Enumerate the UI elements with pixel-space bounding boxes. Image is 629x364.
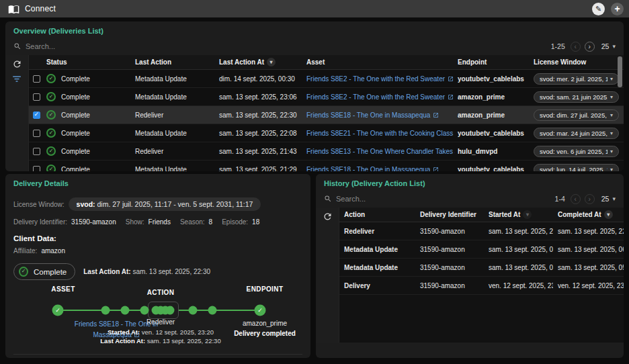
delivery-timeline: ASSET ACTION ENDPOINT ✓ ✓ Friends S	[13, 284, 302, 358]
license-window-pill[interactable]: svod: ven. 6 juin 2025, 11:15▾	[534, 146, 619, 157]
delivery-row[interactable]: ✓Complete Metadata Update sam. 13 sept. …	[29, 88, 624, 106]
add-button[interactable]: +	[611, 3, 624, 15]
search-icon	[13, 42, 22, 50]
overview-search-input[interactable]	[26, 42, 547, 50]
row-checkbox[interactable]	[33, 111, 40, 119]
col-last-action-at[interactable]: Last Action At▾	[216, 58, 304, 66]
status-complete-icon: ✓	[46, 165, 56, 171]
status-complete-icon: ✓	[46, 128, 56, 138]
vertical-scrollbar[interactable]	[618, 56, 622, 87]
timeline-cluster-dot-icon[interactable]	[166, 306, 175, 315]
timeline-node-icon[interactable]	[208, 306, 217, 315]
sort-icon[interactable]: ▾	[523, 210, 532, 219]
status-badge: ✓ Complete	[13, 263, 75, 280]
asset-link[interactable]: Friends S8E2 - The One with the Red Swea…	[306, 93, 454, 101]
col-completed-at[interactable]: Completed At▾	[553, 210, 624, 219]
license-window-pill[interactable]: svod: lun. 14 juil. 2025, 11:17▾	[534, 164, 619, 172]
history-next-page-icon[interactable]: ›	[585, 194, 595, 204]
row-checkbox[interactable]	[33, 148, 40, 155]
history-table-toolbar	[316, 208, 339, 343]
col-started-at[interactable]: Started At▾	[484, 210, 553, 219]
asset-link[interactable]: Friends S8E21 - The One with the Cooking…	[306, 130, 455, 137]
overview-next-page-icon[interactable]: ›	[585, 42, 595, 52]
delivery-row[interactable]: ✓Complete Redeliver sam. 13 sept. 2025, …	[29, 106, 624, 124]
details-title: Delivery Details	[5, 174, 310, 190]
external-link-icon	[448, 76, 454, 82]
col-action[interactable]: Action	[339, 211, 415, 218]
col-last-action[interactable]: Last Action	[132, 58, 216, 66]
refresh-icon[interactable]	[323, 212, 333, 222]
overview-table-toolbar	[5, 55, 28, 171]
history-prev-page-icon[interactable]: ‹	[571, 194, 581, 204]
timeline-node-icon[interactable]	[189, 306, 198, 315]
delivery-row[interactable]: ✓Complete Metadata Update sam. 13 sept. …	[29, 124, 624, 142]
col-endpoint[interactable]: Endpoint	[455, 58, 531, 66]
timeline-asset-label: ASSET	[51, 285, 75, 293]
license-window-pill[interactable]: svod: mer. 2 juil. 2025, 11:15▾	[534, 73, 619, 85]
search-icon	[324, 195, 332, 203]
app-logo-book-icon	[8, 3, 19, 15]
overview-prev-page-icon[interactable]: ‹	[571, 42, 581, 52]
row-checkbox[interactable]	[33, 166, 40, 172]
external-link-icon	[433, 112, 439, 118]
chevron-down-icon: ▾	[610, 94, 613, 100]
refresh-icon[interactable]	[12, 59, 22, 69]
season-value: 8	[209, 218, 213, 226]
row-checkbox[interactable]	[33, 93, 40, 101]
chevron-down-icon: ▾	[612, 195, 616, 202]
complete-check-icon: ✓	[19, 267, 28, 277]
overview-page-size-select[interactable]: 25▾	[601, 42, 616, 50]
timeline-endpoint-label: ENDPOINT	[247, 285, 284, 293]
history-row[interactable]: Delivery 31590-amazon ven. 12 sept. 2025…	[339, 277, 624, 295]
sort-desc-icon[interactable]: ▾	[267, 58, 276, 66]
season-label: Season:	[180, 218, 205, 226]
client-data-heading: Client Data:	[13, 234, 302, 242]
filter-icon[interactable]	[12, 75, 22, 83]
history-search-input[interactable]	[336, 195, 551, 203]
delivery-row[interactable]: ✓Complete Metadata Update dim. 14 sept. …	[29, 70, 624, 88]
timeline-action-label: ACTION	[147, 289, 175, 296]
license-window-pill[interactable]: svod: sam. 21 juin 2025, 11:15▾	[534, 91, 619, 103]
license-window-pill[interactable]: svod: mar. 24 juin 2025, 11:15▾	[534, 128, 619, 139]
delivery-identifier-value: 31590-amazon	[71, 218, 116, 226]
edit-button[interactable]: ✎	[592, 3, 605, 15]
overview-table: Status Last Action Last Action At▾ Asset…	[28, 55, 624, 171]
sort-desc-icon[interactable]: ▾	[604, 210, 613, 219]
col-asset[interactable]: Asset	[304, 58, 455, 66]
timeline-node-icon[interactable]	[121, 306, 130, 315]
col-license-window[interactable]: License Window	[531, 58, 624, 66]
asset-link[interactable]: Friends S8E2 - The One with the Red Swea…	[306, 75, 454, 83]
history-row[interactable]: Redeliver 31590-amazon sam. 13 sept. 202…	[339, 222, 624, 240]
affiliate-label: Affiliate:	[13, 247, 37, 255]
timeline-started-at: Started At: ven. 12 sept. 2025, 23:20	[83, 328, 238, 337]
timeline-node-icon[interactable]	[140, 306, 149, 315]
affiliate-value: amazon	[41, 247, 65, 255]
col-status[interactable]: Status	[44, 58, 132, 66]
overview-table-header: Status Last Action Last Action At▾ Asset…	[29, 55, 624, 70]
asset-link[interactable]: Friends S8E13 - The One Where Chandler T…	[306, 148, 455, 155]
asset-link[interactable]: Friends S8E18 - The One in Massapequa	[306, 166, 439, 172]
license-window-pill[interactable]: svod: dim. 27 juil. 2025, 11:17▾	[534, 109, 619, 121]
chevron-down-icon: ▾	[610, 76, 613, 82]
asset-link[interactable]: Friends S8E18 - The One in Massapequa	[306, 111, 439, 119]
timeline-action-name: Redeliver	[83, 318, 238, 328]
history-page-size-select[interactable]: 25▾	[601, 195, 616, 203]
delivery-identifier-label: Delivery Identifier:	[13, 218, 67, 226]
col-delivery-identifier[interactable]: Delivery Identifier	[415, 211, 484, 218]
history-table-header: Action Delivery Identifier Started At▾ C…	[339, 208, 624, 222]
show-value: Friends	[149, 218, 171, 226]
history-title: History (Delivery Action List)	[316, 174, 624, 190]
chevron-down-icon: ▾	[610, 167, 613, 172]
delivery-row[interactable]: ✓Complete Metadata Update sam. 13 sept. …	[29, 161, 624, 171]
history-row[interactable]: Metadata Update 31590-amazon sam. 13 sep…	[339, 259, 624, 277]
history-row[interactable]: Metadata Update 31590-amazon sam. 13 sep…	[339, 240, 624, 259]
timeline-node-endpoint-check-icon[interactable]: ✓	[255, 305, 266, 316]
status-complete-icon: ✓	[46, 74, 56, 83]
timeline-endpoint-name: amazon_prime	[218, 319, 310, 329]
row-checkbox[interactable]	[33, 130, 40, 137]
delivery-row[interactable]: ✓Complete Redeliver sam. 13 sept. 2025, …	[29, 142, 624, 161]
timeline-node-asset-check-icon[interactable]: ✓	[52, 305, 64, 316]
timeline-endpoint-status: Delivery completed	[218, 329, 310, 339]
timeline-node-icon[interactable]	[101, 306, 110, 315]
row-checkbox[interactable]	[33, 75, 40, 83]
